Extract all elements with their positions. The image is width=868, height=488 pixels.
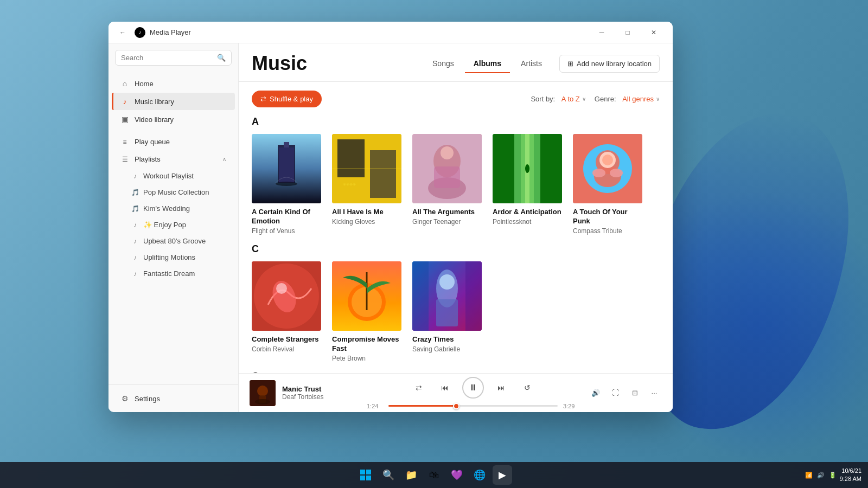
svg-rect-40 <box>436 299 458 326</box>
album-artist: Kicking Gloves <box>332 218 401 226</box>
playlist-icon: ♪ <box>131 172 139 180</box>
playlist-item-fantastic-dream[interactable]: ♪ Fantastic Dream <box>112 266 235 281</box>
album-art <box>573 134 642 203</box>
genre-value: All genres <box>622 95 654 103</box>
logo-icon: ♪ <box>139 29 142 35</box>
taskbar-edge-button[interactable]: 🌐 <box>470 465 489 485</box>
album-title: Crazy Times <box>412 335 482 344</box>
album-art <box>412 134 482 203</box>
album-card[interactable]: Crazy Times Saving Gabrielle <box>412 261 482 362</box>
svg-rect-20 <box>493 134 514 203</box>
player-text: Manic Trust Deaf Tortoises <box>282 385 323 401</box>
album-card[interactable]: Ardor & Anticipation Pointlessknot <box>493 134 562 235</box>
miniplayer-button[interactable]: ⊡ <box>627 386 642 401</box>
player-progress-section: ⇄ ⏮ ⏸ ⏭ ↺ <box>367 377 579 409</box>
album-artist: Corbin Revival <box>252 345 321 353</box>
search-input[interactable] <box>121 54 213 62</box>
playlist-icon: ♪ <box>131 221 139 229</box>
svg-point-4 <box>276 182 297 186</box>
volume-icon: 🔊 <box>591 389 600 397</box>
player-track-name: Manic Trust <box>282 385 323 393</box>
add-library-button[interactable]: ⊞ Add new library location <box>559 55 660 73</box>
play-pause-button[interactable]: ⏸ <box>462 377 484 399</box>
play-queue-item[interactable]: ≡ Play queue <box>112 133 235 150</box>
progress-track[interactable] <box>388 405 558 407</box>
playlist-item-uplifting-motions[interactable]: ♪ Uplifting Motions <box>112 249 235 265</box>
album-art <box>252 134 321 203</box>
more-icon: ··· <box>652 389 658 397</box>
date: 10/6/21 <box>840 467 861 475</box>
sidebar-item-video-library[interactable]: ▣ Video library <box>112 111 235 128</box>
playlist-icon: 🎵 <box>131 189 139 196</box>
playlist-item-enjoy-pop[interactable]: ♪ ✨ Enjoy Pop <box>112 217 235 233</box>
taskbar-file-explorer-button[interactable]: 📁 <box>401 465 421 485</box>
next-icon: ⏭ <box>497 383 505 392</box>
sound-icon: 🔊 <box>817 472 825 479</box>
previous-button[interactable]: ⏮ <box>436 379 454 396</box>
album-card[interactable]: A Certain Kind Of Emotion Flight of Venu… <box>252 134 321 235</box>
video-icon: ▣ <box>120 115 129 124</box>
sidebar-item-settings[interactable]: ⚙ Settings <box>112 390 235 407</box>
next-button[interactable]: ⏭ <box>493 379 510 396</box>
taskbar-media-button[interactable]: ▶ <box>493 465 512 485</box>
svg-point-33 <box>276 283 287 294</box>
album-card[interactable]: ◈◈◈◈ All I Have Is Me Kicking Gloves <box>332 134 401 235</box>
tab-artists[interactable]: Artists <box>512 55 551 73</box>
datetime-display[interactable]: 10/6/21 9:28 AM <box>840 467 861 484</box>
playlist-item-kims-wedding[interactable]: 🎵 Kim's Wedding <box>112 201 235 216</box>
genre-button[interactable]: Genre: All genres ∨ <box>595 95 660 103</box>
taskbar-teams-button[interactable]: 💜 <box>447 465 467 485</box>
sidebar-item-home[interactable]: ⌂ Home <box>112 75 235 92</box>
progress-thumb <box>453 403 459 409</box>
maximize-button[interactable]: □ <box>615 24 640 41</box>
search-icon: 🔍 <box>217 54 226 62</box>
player-album-art <box>250 380 276 406</box>
sort-chevron-icon: ∨ <box>582 96 586 102</box>
main-header: Music Songs Albums Artists ⊞ Add new lib… <box>239 43 673 82</box>
store-icon: 🛍 <box>429 470 439 481</box>
taskbar-store-button[interactable]: 🛍 <box>424 465 444 485</box>
search-bar[interactable]: 🔍 <box>115 50 232 66</box>
svg-rect-51 <box>366 476 371 480</box>
playlist-item-pop-music[interactable]: 🎵 Pop Music Collection <box>112 184 235 200</box>
taskbar-search-button[interactable]: 🔍 <box>379 465 398 485</box>
svg-rect-3 <box>284 142 289 147</box>
fullscreen-button[interactable]: ⛶ <box>608 386 623 401</box>
home-label: Home <box>135 80 154 88</box>
playlist-item-upbeat-groove[interactable]: ♪ Upbeat 80's Groove <box>112 233 235 249</box>
sort-button[interactable]: Sort by: A to Z ∨ <box>531 95 585 103</box>
shuffle-play-button[interactable]: ⇄ Shuffle & play <box>252 91 322 107</box>
album-art: ◈◈◈◈ <box>332 134 401 203</box>
album-artist: Pointlessknot <box>493 218 562 226</box>
svg-point-47 <box>255 399 270 404</box>
settings-label: Settings <box>135 395 160 403</box>
playlist-label: Kim's Wedding <box>143 204 190 213</box>
album-card[interactable]: All The Arguments Ginger Teenager <box>412 134 482 235</box>
shuffle-button[interactable]: ⇄ <box>410 379 427 396</box>
album-card[interactable]: Compromise Moves Fast Pete Brown <box>332 261 401 362</box>
back-button[interactable]: ← <box>115 25 130 40</box>
playlist-label: Workout Playlist <box>143 172 194 180</box>
section-letter-a: A <box>252 116 660 127</box>
tab-songs[interactable]: Songs <box>424 55 463 73</box>
close-button[interactable]: ✕ <box>641 24 666 41</box>
album-card[interactable]: A Touch Of Your Punk Compass Tribute <box>573 134 642 235</box>
volume-button[interactable]: 🔊 <box>588 386 603 401</box>
svg-rect-21 <box>540 134 562 203</box>
sort-label: Sort by: <box>531 95 555 103</box>
back-icon: ← <box>119 29 126 36</box>
repeat-button[interactable]: ↺ <box>519 379 536 396</box>
album-card[interactable]: Complete Strangers Corbin Revival <box>252 261 321 362</box>
sidebar-item-music-library[interactable]: ♪ Music library <box>112 93 235 110</box>
taskbar-center: 🔍 📁 🛍 💜 🌐 ▶ <box>356 465 512 485</box>
playlist-item-workout[interactable]: ♪ Workout Playlist <box>112 168 235 184</box>
album-title: Complete Strangers <box>252 335 321 344</box>
playlists-section-header[interactable]: ☰ Playlists ∧ <box>112 151 235 168</box>
playlist-label: ✨ Enjoy Pop <box>143 221 186 229</box>
start-button[interactable] <box>356 465 375 485</box>
minimize-button[interactable]: ─ <box>589 24 614 41</box>
album-title: All The Arguments <box>412 208 482 217</box>
more-button[interactable]: ··· <box>647 386 662 401</box>
svg-rect-43 <box>465 261 482 331</box>
tab-albums[interactable]: Albums <box>465 55 510 73</box>
